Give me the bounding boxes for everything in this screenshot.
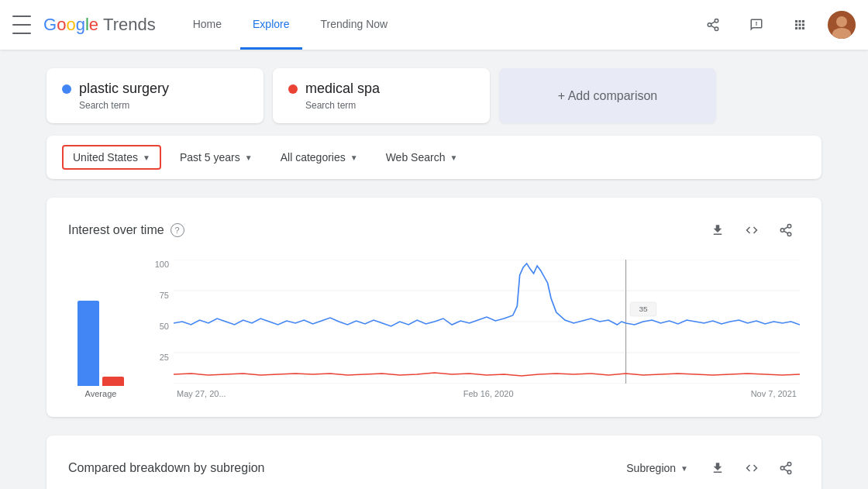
apps-button[interactable]	[784, 9, 815, 40]
filter-search-type-label: Web Search	[386, 151, 446, 164]
share-button[interactable]	[698, 9, 728, 40]
svg-point-6	[836, 16, 847, 27]
chart-main: 100 75 50 25	[146, 260, 800, 398]
card-header-1: plastic surgery	[62, 81, 248, 97]
y-label-25: 25	[146, 353, 169, 362]
add-comparison-button[interactable]: + Add comparison	[499, 68, 716, 123]
filter-bar: United States ▼ Past 5 years ▼ All categ…	[46, 136, 822, 179]
chevron-down-icon-time: ▼	[245, 153, 253, 162]
chart-actions	[704, 216, 800, 244]
main-content: plastic surgery Search term medical spa …	[0, 50, 868, 489]
embed-subregion-button[interactable]	[738, 454, 766, 482]
chevron-down-icon-subregion: ▼	[680, 464, 688, 473]
svg-point-8	[787, 225, 791, 229]
filter-time[interactable]: Past 5 years ▼	[170, 146, 262, 168]
y-label-75: 75	[146, 291, 169, 300]
svg-line-3	[711, 26, 715, 28]
nav-home[interactable]: Home	[181, 0, 234, 50]
add-comparison-label: + Add comparison	[558, 89, 658, 103]
search-card-plastic-surgery[interactable]: plastic surgery Search term	[46, 68, 264, 123]
search-cards-container: plastic surgery Search term medical spa …	[46, 68, 822, 123]
header: Google Trends Home Explore Trending Now	[0, 0, 868, 50]
chevron-down-icon-search-type: ▼	[450, 153, 457, 162]
svg-point-23	[787, 470, 791, 474]
chevron-down-icon-category: ▼	[350, 153, 358, 162]
header-actions	[698, 9, 856, 40]
filter-category[interactable]: All categories ▼	[271, 146, 367, 168]
svg-point-9	[780, 229, 784, 232]
help-icon[interactable]: ?	[170, 223, 184, 237]
blue-line	[174, 263, 800, 326]
search-card-medical-spa[interactable]: medical spa Search term	[273, 68, 490, 123]
chart-average: Average	[68, 277, 146, 398]
avg-bar-container	[78, 277, 124, 386]
x-label-mid: Feb 16, 2020	[463, 389, 514, 398]
svg-point-0	[715, 19, 718, 23]
svg-point-1	[708, 23, 711, 27]
feedback-button[interactable]	[741, 9, 772, 40]
subregion-label: Subregion	[626, 462, 676, 474]
filter-region-label: United States	[73, 151, 138, 164]
chart-section: Interest over time ?	[46, 198, 822, 417]
chart-tooltip: 35	[630, 302, 656, 316]
logo-trends-text: Trends	[103, 15, 156, 35]
svg-point-10	[787, 232, 791, 236]
main-nav: Home Explore Trending Now	[181, 0, 698, 50]
red-line	[174, 373, 800, 376]
avatar[interactable]	[828, 11, 856, 39]
dot-blue-1	[62, 84, 71, 94]
x-label-end: Nov 7, 2021	[751, 389, 797, 398]
chart-title: Interest over time	[68, 223, 164, 237]
svg-line-11	[784, 231, 787, 233]
avg-label: Average	[85, 389, 117, 398]
nav-trending[interactable]: Trending Now	[308, 0, 401, 50]
bottom-controls: Subregion ▼	[617, 454, 800, 482]
bottom-section: Compared breakdown by subregion Subregio…	[46, 436, 822, 489]
svg-point-21	[787, 463, 791, 467]
download-subregion-button[interactable]	[704, 454, 732, 482]
chart-title-container: Interest over time ?	[68, 223, 184, 237]
avg-bar-blue	[78, 301, 99, 386]
svg-line-12	[784, 227, 787, 229]
svg-line-25	[784, 465, 787, 467]
search-type-2: Search term	[305, 100, 474, 111]
svg-point-22	[780, 467, 784, 470]
share-chart-button[interactable]	[772, 216, 800, 244]
search-type-1: Search term	[79, 100, 248, 111]
filter-time-label: Past 5 years	[180, 151, 240, 164]
bottom-header: Compared breakdown by subregion Subregio…	[68, 454, 800, 482]
svg-point-2	[715, 27, 718, 31]
filter-search-type[interactable]: Web Search ▼	[377, 146, 467, 168]
card-header-2: medical spa	[288, 81, 474, 97]
filter-region[interactable]: United States ▼	[62, 145, 161, 170]
logo: Google Trends	[43, 15, 156, 35]
subregion-button[interactable]: Subregion ▼	[617, 457, 698, 479]
chevron-down-icon-region: ▼	[143, 153, 150, 162]
y-label-50: 50	[146, 322, 169, 331]
nav-explore[interactable]: Explore	[240, 0, 301, 50]
share-subregion-button[interactable]	[772, 454, 800, 482]
svg-line-4	[711, 22, 715, 24]
filter-category-label: All categories	[281, 151, 346, 164]
y-label-100: 100	[146, 260, 169, 269]
avg-bar-red	[102, 377, 124, 386]
dot-red-2	[288, 84, 298, 94]
chart-svg: 35	[174, 260, 800, 384]
chart-header: Interest over time ?	[68, 216, 800, 244]
search-term-2: medical spa	[305, 81, 380, 97]
x-label-start: May 27, 20...	[177, 389, 226, 398]
svg-line-24	[784, 469, 787, 471]
chart-area: Average 100 75 50 25	[68, 260, 800, 398]
search-term-1: plastic surgery	[79, 81, 169, 97]
bottom-title: Compared breakdown by subregion	[68, 461, 264, 475]
embed-chart-button[interactable]	[738, 216, 766, 244]
download-chart-button[interactable]	[704, 216, 732, 244]
svg-text:35: 35	[639, 305, 647, 313]
menu-icon[interactable]	[12, 15, 31, 34]
